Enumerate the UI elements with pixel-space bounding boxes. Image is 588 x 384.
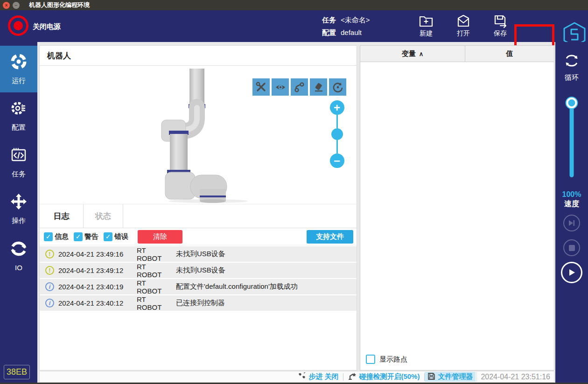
window-title: 机器人图形化编程环境 bbox=[29, 1, 90, 9]
sidebar-item-operate[interactable]: 操作 bbox=[0, 186, 37, 232]
info-filter-label: 信息 bbox=[55, 232, 69, 241]
status-code-badge: 38EB bbox=[4, 365, 30, 379]
robot-3d-view[interactable]: + − bbox=[40, 66, 357, 204]
log-row[interactable]: 2024-04-21 23:49:16 RT ROBOT 未找到USB设备 bbox=[40, 246, 357, 262]
show-waypoints-row: 显示路点 bbox=[360, 355, 554, 370]
collision-detection-label: 碰撞检测开启(50%) bbox=[359, 372, 420, 381]
show-waypoints-checkbox[interactable] bbox=[366, 355, 375, 364]
new-task-label: 新建 bbox=[412, 29, 441, 38]
sidebar-item-io[interactable]: IO bbox=[0, 232, 37, 279]
collision-icon bbox=[348, 372, 357, 382]
new-file-icon bbox=[412, 14, 441, 28]
column-header-value[interactable]: 值 bbox=[465, 46, 554, 62]
support-file-button[interactable]: 支持文件 bbox=[307, 230, 353, 244]
zoom-slider-handle[interactable] bbox=[331, 128, 343, 140]
save-task-button[interactable]: 保存 bbox=[486, 14, 515, 38]
io-icon bbox=[10, 240, 28, 259]
step-mode-label: 步进 关闭 bbox=[308, 372, 338, 381]
sidebar-item-label: 配置 bbox=[12, 123, 26, 132]
task-icon bbox=[10, 146, 28, 166]
log-time: 2024-04-21 23:40:19 bbox=[58, 283, 137, 291]
sidebar-item-label: IO bbox=[15, 264, 22, 272]
sidebar-item-run[interactable]: 运行 bbox=[0, 46, 37, 92]
new-task-button[interactable]: 新建 bbox=[412, 14, 441, 38]
app-header: 关闭电源 任务<未命名> 配置default 新建 打开 保存 bbox=[0, 10, 588, 42]
robot-panel: 机器人 bbox=[39, 45, 357, 370]
sidebar-item-config[interactable]: 配置 bbox=[0, 92, 37, 139]
zoom-slider-track bbox=[336, 115, 338, 128]
log-filter-row: 信息 警告 错误 清除 支持文件 bbox=[40, 228, 357, 245]
log-source: RT ROBOT bbox=[137, 246, 169, 262]
speed-slider-track[interactable] bbox=[570, 103, 574, 177]
clear-log-button[interactable]: 清除 bbox=[138, 230, 182, 244]
window-close-button[interactable]: × bbox=[3, 2, 10, 9]
step-forward-button[interactable] bbox=[563, 215, 580, 231]
warning-icon bbox=[45, 266, 54, 275]
file-manager-icon bbox=[427, 372, 435, 382]
stop-button[interactable] bbox=[563, 239, 580, 256]
path-icon[interactable] bbox=[291, 78, 308, 96]
step-icon bbox=[298, 372, 306, 381]
error-checkbox[interactable] bbox=[104, 232, 112, 241]
save-file-icon bbox=[486, 14, 515, 28]
speed-percent: 100% bbox=[555, 190, 588, 199]
power-off-icon[interactable] bbox=[8, 15, 28, 36]
speed-readout: 100% 速度 bbox=[555, 190, 588, 209]
sidebar-item-label: 运行 bbox=[12, 77, 26, 85]
config-value: default bbox=[341, 28, 362, 36]
eraser-icon[interactable] bbox=[310, 78, 327, 96]
power-off-label: 关闭电源 bbox=[33, 22, 61, 31]
save-task-label: 保存 bbox=[486, 29, 515, 38]
window-minimize-button[interactable]: − bbox=[13, 2, 20, 9]
column-header-variable[interactable]: 变量 ∧ bbox=[360, 46, 465, 62]
warning-checkbox[interactable] bbox=[74, 232, 83, 241]
stop-icon bbox=[569, 245, 575, 251]
log-row[interactable]: 2024-04-21 23:40:19 RT ROBOT 配置文件'defaul… bbox=[40, 279, 357, 294]
open-task-button[interactable]: 打开 bbox=[449, 14, 478, 38]
speed-label: 速度 bbox=[555, 199, 588, 209]
log-message: 配置文件'default.configuration'加载成功 bbox=[176, 282, 298, 291]
error-filter-label: 错误 bbox=[114, 232, 128, 241]
log-time: 2024-04-21 23:49:12 bbox=[58, 266, 137, 274]
tools-icon[interactable] bbox=[252, 78, 270, 96]
value-column-label: 值 bbox=[506, 49, 513, 58]
collision-detection-status[interactable]: 碰撞检测开启(50%) bbox=[343, 372, 424, 382]
log-row[interactable]: 2024-04-21 23:40:12 RT ROBOT 已连接到控制器 bbox=[40, 295, 357, 311]
eye-icon[interactable] bbox=[272, 78, 289, 96]
task-label: 任务 bbox=[322, 16, 336, 24]
loop-button[interactable]: 循环 bbox=[555, 52, 588, 82]
tab-log[interactable]: 日志 bbox=[40, 204, 84, 228]
log-row[interactable]: 2024-04-21 23:49:12 RT ROBOT 未找到USB设备 bbox=[40, 263, 357, 278]
variable-column-label: 变量 bbox=[402, 49, 416, 58]
file-manager-label: 文件管理器 bbox=[438, 372, 473, 381]
rotate-view-icon[interactable] bbox=[329, 78, 346, 96]
robot-arm-image bbox=[153, 69, 260, 206]
log-message: 未找到USB设备 bbox=[176, 266, 225, 275]
move-icon bbox=[10, 193, 28, 212]
zoom-in-button[interactable]: + bbox=[330, 100, 344, 115]
step-mode-status[interactable]: 步进 关闭 bbox=[293, 372, 343, 382]
speed-slider bbox=[555, 97, 588, 178]
zoom-out-button[interactable]: − bbox=[330, 154, 344, 168]
sidebar-item-task[interactable]: 任务 bbox=[0, 139, 37, 186]
file-manager-button[interactable]: 文件管理器 bbox=[425, 372, 476, 382]
log-time: 2024-04-21 23:40:12 bbox=[58, 299, 137, 307]
variables-panel: 变量 ∧ 值 显示路点 bbox=[360, 45, 554, 370]
open-file-icon bbox=[449, 14, 478, 28]
power-dot bbox=[14, 21, 23, 30]
zoom-widget: + − bbox=[329, 100, 345, 168]
loop-label: 循环 bbox=[555, 73, 588, 82]
window-titlebar: × − 机器人图形化编程环境 bbox=[0, 0, 588, 10]
tab-status[interactable]: 状态 bbox=[84, 204, 123, 228]
open-task-label: 打开 bbox=[449, 29, 478, 38]
sort-caret-icon: ∧ bbox=[419, 50, 424, 57]
info-checkbox[interactable] bbox=[44, 232, 53, 241]
left-sidebar: 运行 配置 任务 操作 IO 38EB bbox=[0, 42, 37, 384]
play-button[interactable] bbox=[561, 262, 582, 283]
loop-icon bbox=[562, 63, 581, 70]
sidebar-item-label: 操作 bbox=[12, 216, 26, 225]
config-label: 配置 bbox=[322, 28, 336, 36]
clock-timestamp: 2024-04-21 23:51:16 bbox=[476, 372, 554, 382]
speed-slider-handle[interactable] bbox=[566, 97, 578, 109]
variables-table-body bbox=[360, 62, 554, 355]
